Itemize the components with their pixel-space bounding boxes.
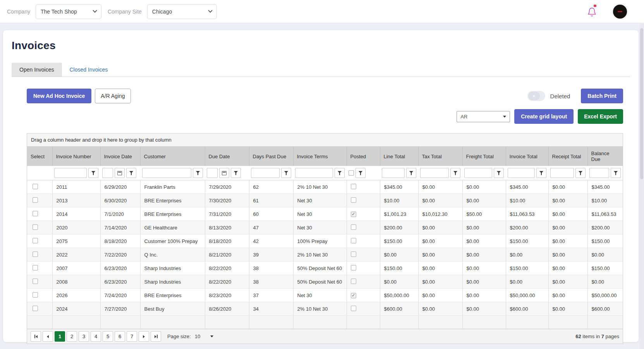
filter-input-invoice-date[interactable]: [102, 168, 113, 178]
notifications-button[interactable]: [587, 6, 598, 17]
filter-input-tax-total[interactable]: [420, 168, 449, 178]
filter-button-invoice-total[interactable]: [536, 168, 546, 178]
cell-invoice-terms: 50% Deposit Net 60: [293, 262, 347, 275]
ar-aging-button[interactable]: A/R Aging: [95, 89, 131, 103]
create-grid-layout-button[interactable]: Create grid layout: [514, 109, 574, 124]
pager-last-button[interactable]: [151, 331, 161, 342]
filter-button-invoice-number[interactable]: [88, 168, 98, 178]
filter-input-freight-total[interactable]: [464, 168, 492, 178]
filter-button-invoice-terms[interactable]: [335, 168, 345, 178]
column-header-invoice-total[interactable]: Invoice Total: [506, 147, 548, 166]
filter-input-days-past-due[interactable]: [251, 168, 280, 178]
row-select-checkbox[interactable]: [33, 265, 38, 270]
pager-first-button[interactable]: [31, 331, 41, 342]
row-select-checkbox[interactable]: [33, 279, 38, 284]
new-ad-hoc-invoice-button[interactable]: New Ad Hoc Invoice: [27, 89, 91, 103]
filter-input-invoice-number[interactable]: [54, 168, 87, 178]
column-header-tax-total[interactable]: Tax Total: [418, 147, 462, 166]
filter-input-receipt-total[interactable]: [550, 168, 574, 178]
filter-button-days-past-due[interactable]: [281, 168, 291, 178]
column-header-invoice-number[interactable]: Invoice Number: [52, 147, 100, 166]
filter-button-line-total[interactable]: [406, 168, 416, 178]
column-header-line-total[interactable]: Line Total: [380, 147, 418, 166]
row-select-checkbox[interactable]: [33, 238, 38, 243]
filter-button-receipt-total[interactable]: [575, 168, 586, 178]
column-header-invoice-date[interactable]: Invoice Date: [100, 147, 140, 166]
posted-checkbox[interactable]: [351, 197, 356, 203]
column-header-due-date[interactable]: Due Date: [205, 147, 249, 166]
pager-page-7[interactable]: 7: [127, 331, 137, 342]
filter-button-tax-total[interactable]: [450, 168, 460, 178]
cell-freight-total: $50.00: [462, 207, 506, 221]
date-picker-button[interactable]: [219, 168, 229, 178]
filter-button-freight-total[interactable]: [494, 168, 504, 178]
column-header-select[interactable]: Select: [27, 147, 52, 166]
filter-icon: [359, 171, 363, 175]
filter-button-invoice-date[interactable]: [126, 168, 136, 178]
row-select-checkbox[interactable]: [33, 211, 38, 216]
filter-button-customer[interactable]: [193, 168, 203, 178]
cell-freight-total: $0.00: [462, 275, 506, 289]
column-header-receipt-total[interactable]: Receipt Total: [548, 147, 587, 166]
cell-receipt-total: $0.00: [548, 302, 587, 316]
column-header-balance-due[interactable]: Balance Due: [587, 147, 623, 166]
posted-checkbox[interactable]: [351, 238, 356, 243]
table-row: 20247/27/2020Best Buy8/26/2020342% 10 Ne…: [27, 302, 623, 316]
deleted-toggle[interactable]: ×: [527, 91, 545, 101]
posted-checkbox[interactable]: ✓: [351, 293, 356, 298]
company-site-select[interactable]: Chicago: [147, 4, 217, 19]
company-select[interactable]: The Tech Shop: [36, 4, 101, 19]
pager-page-2[interactable]: 2: [67, 331, 77, 342]
pager-prev-button[interactable]: [43, 331, 53, 342]
filter-button-due-date[interactable]: [231, 168, 241, 178]
posted-checkbox[interactable]: [351, 306, 356, 311]
column-header-invoice-terms[interactable]: Invoice Terms: [293, 147, 347, 166]
filter-cell-receipt-total: [548, 166, 587, 180]
page-size-select[interactable]: 10: [193, 333, 215, 340]
column-header-days-past-due[interactable]: Days Past Due: [249, 147, 293, 166]
posted-checkbox[interactable]: [351, 184, 356, 189]
batch-print-button[interactable]: Batch Print: [581, 89, 623, 103]
filter-button-posted[interactable]: [355, 168, 366, 178]
pager-page-5[interactable]: 5: [103, 331, 113, 342]
posted-filter-checkbox[interactable]: [349, 170, 354, 176]
pager-page-3[interactable]: 3: [79, 331, 89, 342]
page-scrollbar[interactable]: [639, 24, 644, 349]
row-select-checkbox[interactable]: [33, 224, 38, 230]
filter-cell-invoice-date: [100, 166, 140, 180]
filter-input-balance-due[interactable]: [589, 168, 609, 178]
filter-input-invoice-total[interactable]: [508, 168, 535, 178]
filter-input-line-total[interactable]: [382, 168, 405, 178]
filter-input-invoice-terms[interactable]: [295, 168, 333, 178]
pager-page-1[interactable]: 1: [55, 331, 65, 342]
scrollbar-thumb[interactable]: [640, 28, 643, 179]
filter-input-customer[interactable]: [142, 168, 191, 178]
row-select-checkbox[interactable]: [33, 184, 38, 189]
column-header-customer[interactable]: Customer: [140, 147, 205, 166]
excel-export-button[interactable]: Excel Export: [578, 109, 623, 124]
avatar[interactable]: [613, 5, 627, 19]
posted-checkbox[interactable]: [351, 224, 356, 230]
posted-checkbox[interactable]: [351, 265, 356, 270]
cell-select: [27, 275, 52, 289]
row-select-checkbox[interactable]: [33, 251, 38, 257]
posted-checkbox[interactable]: ✓: [351, 212, 356, 217]
posted-checkbox[interactable]: [351, 251, 356, 257]
column-header-posted[interactable]: Posted: [347, 147, 380, 166]
filter-button-balance-due[interactable]: [611, 168, 621, 178]
pager-page-6[interactable]: 6: [115, 331, 125, 342]
posted-checkbox[interactable]: [351, 279, 356, 284]
pager-page-4[interactable]: 4: [91, 331, 101, 342]
row-select-checkbox[interactable]: [33, 197, 38, 203]
date-picker-button[interactable]: [115, 168, 125, 178]
cell-freight-total: $0.00: [462, 221, 506, 234]
grid-layout-select[interactable]: AR: [457, 111, 510, 122]
column-header-freight-total[interactable]: Freight Total: [462, 147, 506, 166]
row-select-checkbox[interactable]: [33, 306, 38, 311]
tab-open-invoices[interactable]: Open Invoices: [12, 63, 62, 77]
tab-closed-invoices[interactable]: Closed Invoices: [62, 63, 116, 77]
pager-next-button[interactable]: [139, 331, 149, 342]
row-select-checkbox[interactable]: [33, 292, 38, 298]
dropdown-arrow-icon: [210, 335, 213, 337]
filter-input-due-date[interactable]: [207, 168, 218, 178]
